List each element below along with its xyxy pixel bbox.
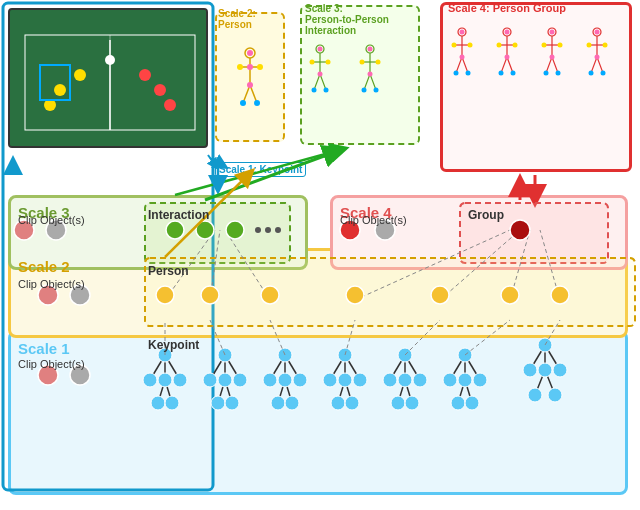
svg-point-4 [54,84,66,96]
svg-point-7 [154,84,166,96]
scale2-clip-label: Clip Object(s) [18,278,85,290]
svg-marker-92 [3,155,23,175]
top-scale4-label: Scale 4: Person Group [448,2,566,14]
scale1-box [8,330,628,495]
scale1-keypoint-label: Keypoint [148,338,199,352]
top-scale2-label: Scale 2:Person [218,8,256,30]
top-scale4-box [440,2,632,172]
scale4-group-label: Group [468,208,504,222]
svg-point-9 [164,99,176,111]
top-scale3-label: Scale 3:Person-to-PersonInteraction [305,3,389,36]
volleyball-image: right set [8,8,208,148]
main-diagram: Scale 1 Scale 2 Scale 3 Scale 4 right se… [0,0,640,510]
scale1-label: Scale 1 [18,340,70,357]
svg-point-10 [105,55,115,65]
scale2-label: Scale 2 [18,258,70,275]
scale2-person-label: Person [148,264,189,278]
scale3-clip-label: Clip Object(s) [18,214,85,226]
top-scale2-box [215,12,285,142]
svg-line-90 [208,155,215,165]
svg-point-5 [74,69,86,81]
scale3-interaction-label: Interaction [148,208,209,222]
scale4-clip-label: Clip Object(s) [340,214,407,226]
scale1-clip-label: Clip Object(s) [18,358,85,370]
top-scale1-label: Scale 1: Keypoint [215,162,306,177]
svg-point-8 [139,69,151,81]
